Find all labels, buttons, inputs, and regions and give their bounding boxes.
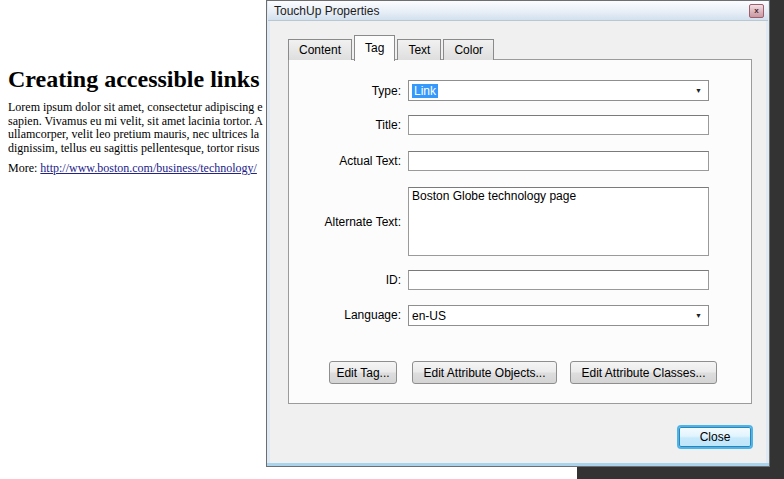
id-field[interactable]: [408, 270, 709, 290]
dialog-titlebar[interactable]: TouchUp Properties x: [268, 1, 768, 21]
tab-tag[interactable]: Tag: [354, 35, 395, 61]
chevron-down-icon[interactable]: ▼: [695, 312, 702, 319]
type-label: Type:: [289, 84, 401, 98]
id-label: ID:: [289, 273, 401, 287]
document-hyperlink[interactable]: http://www.boston.com/business/technolog…: [40, 161, 257, 175]
alternate-text-field[interactable]: Boston Globe technology page: [408, 187, 709, 256]
type-dropdown[interactable]: Link ▼: [408, 80, 709, 101]
more-label: More:: [8, 161, 40, 175]
edit-attribute-objects-button[interactable]: Edit Attribute Objects...: [412, 361, 557, 384]
touchup-properties-dialog: TouchUp Properties x Content Tag Text Co…: [266, 0, 770, 467]
title-field[interactable]: [408, 115, 709, 135]
edit-attribute-classes-button[interactable]: Edit Attribute Classes...: [570, 361, 717, 384]
dialog-title: TouchUp Properties: [274, 4, 379, 18]
type-selected-value: Link: [412, 84, 438, 98]
edit-tag-button[interactable]: Edit Tag...: [329, 361, 397, 384]
tab-text[interactable]: Text: [397, 39, 441, 60]
tag-tab-panel: Type: Link ▼ Title: Actual Text: Alterna…: [288, 59, 752, 404]
title-label: Title:: [289, 118, 401, 132]
actual-text-label: Actual Text:: [289, 154, 401, 168]
language-label: Language:: [289, 308, 401, 322]
alternate-text-label: Alternate Text:: [289, 215, 401, 229]
language-selected-value: en-US: [412, 309, 446, 323]
close-button[interactable]: Close: [677, 425, 753, 449]
language-dropdown[interactable]: en-US ▼: [408, 305, 709, 326]
document-heading: Creating accessible links: [8, 66, 260, 93]
close-icon[interactable]: x: [749, 4, 764, 18]
tab-bar: Content Tag Text Color: [288, 35, 496, 60]
tab-color[interactable]: Color: [443, 39, 494, 60]
actual-text-field[interactable]: [408, 151, 709, 171]
tab-content[interactable]: Content: [288, 39, 352, 60]
document-more-line: More: http://www.boston.com/business/tec…: [8, 161, 257, 176]
chevron-down-icon[interactable]: ▼: [695, 87, 702, 94]
